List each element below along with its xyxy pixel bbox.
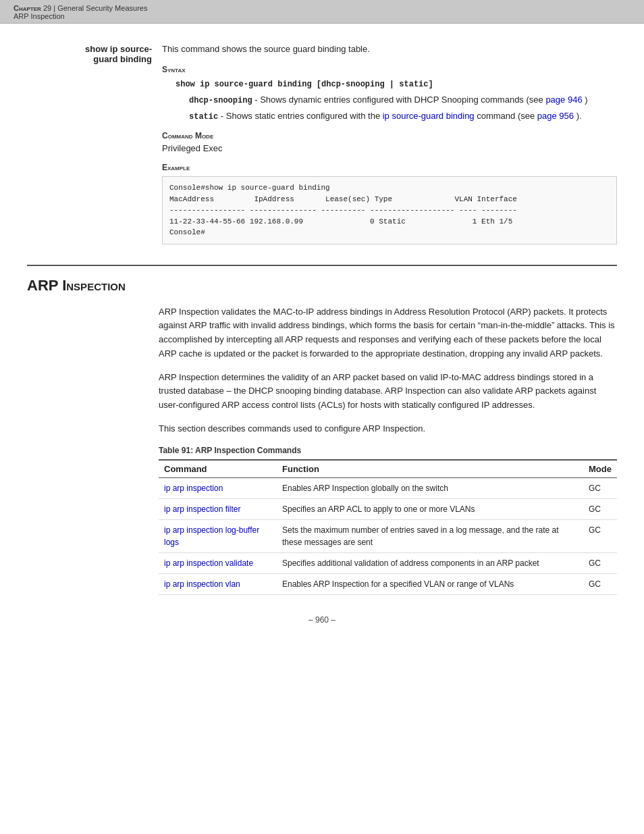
table-cell-mode: GC	[583, 477, 617, 498]
table-link-1[interactable]: ip arp inspection filter	[164, 504, 240, 514]
syntax-block: show ip source-guard binding [dhcp-snoop…	[176, 80, 617, 122]
table-row: ip arp inspection vlanEnables ARP Inspec…	[159, 573, 617, 594]
arp-para-3: This section describes commands used to …	[159, 422, 617, 436]
table-row: ip arp inspection validateSpecifies addi…	[159, 552, 617, 573]
arp-para-2: ARP Inspection determines the validity o…	[159, 371, 617, 413]
table-cell-command: ip arp inspection validate	[159, 552, 277, 573]
arp-body: ARP Inspection validates the MAC-to-IP a…	[159, 305, 617, 595]
header-bar: Chapter 29 | General Security Measures A…	[0, 0, 644, 24]
table-header-mode: Mode	[583, 460, 617, 478]
table-cell-function: Sets the maximum number of entries saved…	[277, 519, 583, 552]
command-section: show ip source- guard binding This comma…	[27, 37, 617, 244]
arp-title-bold: ARP	[27, 277, 62, 294]
table-header-function: Function	[277, 460, 583, 478]
table-link-2[interactable]: ip arp inspection log-buffer logs	[164, 525, 259, 547]
param-name-static: static	[189, 112, 218, 122]
command-mode-label: Command Mode	[162, 131, 617, 140]
page-footer: – 960 –	[27, 615, 617, 631]
table-cell-command: ip arp inspection	[159, 477, 277, 498]
table-cell-function: Enables ARP Inspection globally on the s…	[277, 477, 583, 498]
header-subtitle: ARP Inspection	[14, 12, 630, 20]
arp-para-1: ARP Inspection validates the MAC-to-IP a…	[159, 305, 617, 361]
chapter-sep: |	[53, 4, 55, 12]
table-cell-command: ip arp inspection log-buffer logs	[159, 519, 277, 552]
table-caption: Table 91: ARP Inspection Commands	[159, 446, 617, 455]
table-link-3[interactable]: ip arp inspection validate	[164, 558, 253, 568]
table-cell-mode: GC	[583, 552, 617, 573]
chapter-number: 29	[43, 4, 51, 12]
example-line-3: ----------------- --------------- ------…	[169, 205, 610, 216]
command-name: show ip source- guard binding	[27, 44, 162, 244]
header-chapter: Chapter 29 | General Security Measures	[14, 4, 630, 12]
arp-title-smallcaps: Inspection	[62, 277, 126, 294]
syntax-label: Syntax	[162, 65, 617, 74]
param-dhcp-snooping: dhcp-snooping - Shows dynamic entries co…	[189, 95, 617, 105]
table-cell-command: ip arp inspection vlan	[159, 573, 277, 594]
example-label: Example	[162, 163, 617, 172]
table-cell-mode: GC	[583, 573, 617, 594]
example-line-4: 11-22-33-44-55-66 192.168.0.99 0 Static …	[169, 216, 610, 228]
table-cell-command: ip arp inspection filter	[159, 498, 277, 519]
table-row: ip arp inspection log-buffer logsSets th…	[159, 519, 617, 552]
table-cell-mode: GC	[583, 498, 617, 519]
param-static: static - Shows static entries configured…	[189, 111, 617, 122]
table-row: ip arp inspection filterSpecifies an ARP…	[159, 498, 617, 519]
syntax-line: show ip source-guard binding [dhcp-snoop…	[176, 80, 617, 89]
link-page-946[interactable]: page 946	[545, 95, 582, 105]
link-ip-source-guard[interactable]: ip source-guard binding	[383, 111, 475, 121]
example-line-5: Console#	[169, 227, 610, 238]
chapter-label: Chapter	[14, 4, 41, 12]
chapter-title: General Security Measures	[57, 4, 147, 12]
link-page-956[interactable]: page 956	[537, 111, 574, 121]
example-line-2: MacAddress IpAddress Lease(sec) Type VLA…	[169, 194, 610, 205]
arp-title: ARP Inspection	[27, 277, 617, 294]
table-cell-mode: GC	[583, 519, 617, 552]
table-cell-function: Enables ARP Inspection for a specified V…	[277, 573, 583, 594]
command-body: This command shows the source guard bind…	[162, 44, 617, 244]
command-mode-value: Privileged Exec	[162, 143, 617, 153]
example-line-1: Console#show ip source-guard binding	[169, 182, 610, 194]
table-header-row: Command Function Mode	[159, 460, 617, 478]
param-name-dhcp: dhcp-snooping	[189, 96, 252, 105]
table-cell-function: Specifies additional validation of addre…	[277, 552, 583, 573]
command-description: This command shows the source guard bind…	[162, 44, 617, 54]
table-header-command: Command	[159, 460, 277, 478]
table-link-4[interactable]: ip arp inspection vlan	[164, 579, 240, 589]
table-link-0[interactable]: ip arp inspection	[164, 484, 223, 493]
inspection-table: Command Function Mode ip arp inspectionE…	[159, 459, 617, 595]
arp-section: ARP Inspection ARP Inspection validates …	[27, 277, 617, 595]
table-cell-function: Specifies an ARP ACL to apply to one or …	[277, 498, 583, 519]
main-content: show ip source- guard binding This comma…	[0, 24, 644, 652]
section-divider	[27, 265, 617, 266]
table-row: ip arp inspectionEnables ARP Inspection …	[159, 477, 617, 498]
example-box: Console#show ip source-guard binding Mac…	[162, 176, 617, 244]
